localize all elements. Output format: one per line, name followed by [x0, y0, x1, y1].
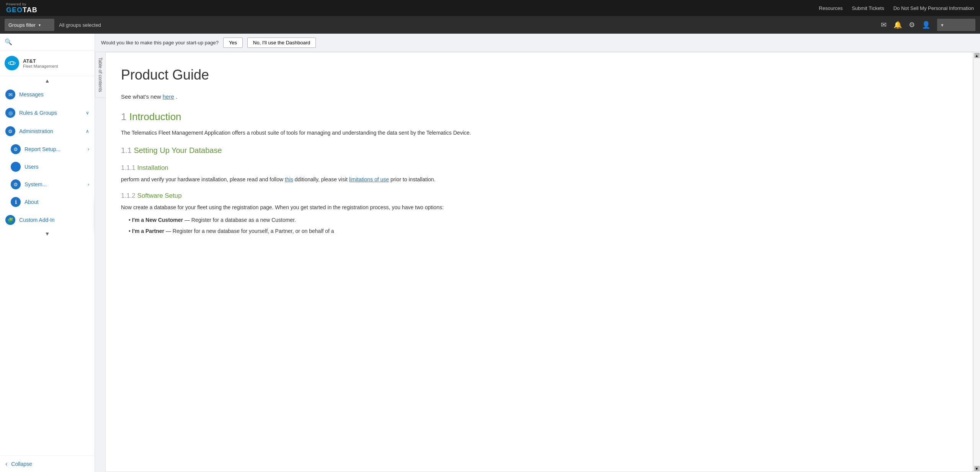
startup-bar: Would you like to make this page your st…: [95, 34, 980, 52]
this-link[interactable]: this: [285, 176, 293, 182]
do-not-sell-link[interactable]: Do Not Sell My Personal Information: [893, 5, 974, 11]
bullet1-bold: I'm a New Customer: [132, 217, 183, 223]
sidebar: 🔍 AT&T Fleet Management ▲ ✉ Messages: [0, 34, 95, 472]
scroll-up-arrow[interactable]: ▲: [974, 53, 980, 58]
section1-body: The Telematics Fleet Management Applicat…: [121, 129, 957, 137]
messages-icon: ✉: [5, 90, 15, 99]
toc-tab[interactable]: Table of contents: [95, 52, 105, 98]
bullet-item-2: I'm a Partner — Register for a new datab…: [129, 227, 957, 236]
about-label: About: [24, 199, 89, 205]
scroll-down-arrow[interactable]: ▼: [974, 466, 980, 471]
guide-title: Product Guide: [121, 64, 957, 86]
report-setup-arrow-icon: ›: [88, 146, 89, 152]
sidebar-scroll-up[interactable]: ▲: [0, 76, 95, 85]
user-dropdown-button[interactable]: ▾: [937, 19, 975, 31]
mail-icon-button[interactable]: ✉: [881, 21, 887, 29]
administration-chevron-icon: ∧: [86, 129, 89, 134]
report-setup-label: Report Setup...: [24, 146, 84, 152]
groups-filter-label: Groups filter: [8, 22, 36, 28]
submit-tickets-link[interactable]: Submit Tickets: [852, 5, 884, 11]
section1-1-1-heading: 1.1.1 Installation: [121, 163, 957, 173]
sidebar-item-users[interactable]: 👤 Users: [0, 158, 95, 176]
sidebar-item-rules-groups[interactable]: ◎ Rules & Groups ∨: [0, 104, 95, 122]
subtitle-text: See what's new: [121, 93, 163, 100]
user-name-label: ▾: [941, 22, 944, 28]
bullet2-bold: I'm a Partner: [132, 228, 164, 234]
section1-1-1-body: perform and verify your hardware install…: [121, 175, 957, 184]
sidebar-item-messages[interactable]: ✉ Messages: [0, 85, 95, 104]
custom-add-in-label: Custom Add-In: [19, 217, 89, 223]
company-name: AT&T: [23, 58, 58, 64]
sidebar-collapse[interactable]: ‹ Collapse: [0, 456, 95, 472]
main-content-area: Would you like to make this page your st…: [95, 34, 980, 472]
company-area: AT&T Fleet Management: [0, 50, 95, 76]
company-info: AT&T Fleet Management: [23, 58, 58, 68]
custom-add-in-icon: 🧩: [5, 215, 15, 225]
geotab-logo-text: GEOTAB: [6, 6, 38, 14]
groups-filter-arrow-icon: ▾: [39, 23, 41, 27]
topbar-left: Powered by GEOTAB: [6, 2, 38, 14]
topbar-icons: ✉ 🔔 ⚙ 👤 ▾: [881, 19, 975, 31]
scrollbar-track: ▲ ▼: [973, 52, 980, 472]
sidebar-item-custom-add-in[interactable]: 🧩 Custom Add-In: [0, 211, 95, 229]
rules-groups-chevron-icon: ∨: [86, 110, 89, 116]
sidebar-item-administration[interactable]: ⚙ Administration ∧: [0, 122, 95, 140]
about-icon: ℹ: [11, 197, 21, 207]
rules-groups-label: Rules & Groups: [19, 110, 82, 116]
limitations-link[interactable]: limitations of use: [349, 176, 389, 182]
sidebar-search-area: 🔍: [0, 34, 95, 50]
system-icon: ⚙: [11, 179, 21, 189]
secondbar: Groups filter ▾ All groups selected ✉ 🔔 …: [0, 16, 980, 34]
yes-button[interactable]: Yes: [223, 37, 243, 48]
users-label: Users: [24, 164, 89, 170]
subtitle-end: .: [176, 93, 177, 100]
user-icon-button[interactable]: 👤: [922, 21, 930, 29]
layout: 🔍 AT&T Fleet Management ▲ ✉ Messages: [0, 34, 980, 472]
product-guide-content: Product Guide See what's new here . 1 In…: [105, 52, 973, 472]
section1-1-2-heading: 1.1.2 Software Setup: [121, 190, 957, 201]
users-icon: 👤: [11, 162, 21, 172]
settings-icon-button[interactable]: ⚙: [909, 21, 915, 29]
sidebar-item-system[interactable]: ⚙ System... ›: [0, 176, 95, 193]
here-link[interactable]: here: [163, 93, 174, 100]
messages-label: Messages: [19, 91, 89, 98]
sidebar-scroll-down[interactable]: ▼: [0, 229, 95, 238]
geotab-logo: Powered by GEOTAB: [6, 2, 38, 14]
topbar-right: Resources Submit Tickets Do Not Sell My …: [819, 5, 974, 11]
powered-by-text: Powered by: [6, 2, 26, 6]
company-logo: [5, 56, 19, 70]
sidebar-item-report-setup[interactable]: ⚙ Report Setup... ›: [0, 140, 95, 158]
bullet-item-1: I'm a New Customer — Register for a data…: [129, 216, 957, 225]
bullet1-text: — Register for a database as a new Custo…: [185, 217, 296, 223]
section1-heading: 1 Introduction: [121, 109, 957, 125]
collapse-label: Collapse: [11, 461, 32, 467]
content-wrapper: Table of contents ▲ ▼ Product Guide See …: [95, 52, 980, 472]
company-sub: Fleet Management: [23, 64, 58, 68]
guide-subtitle: See what's new here .: [121, 92, 957, 101]
section1-1-2-body: Now create a database for your fleet usi…: [121, 203, 957, 212]
att-logo-svg: [7, 58, 17, 68]
system-label: System...: [24, 181, 84, 187]
section1-1-heading: 1.1 Setting Up Your Database: [121, 144, 957, 156]
topbar: Powered by GEOTAB Resources Submit Ticke…: [0, 0, 980, 16]
no-dashboard-button[interactable]: No, I'll use the Dashboard: [247, 37, 316, 48]
startup-question: Would you like to make this page your st…: [101, 40, 219, 46]
administration-label: Administration: [19, 128, 82, 134]
all-groups-text: All groups selected: [59, 22, 876, 28]
collapse-chevron-icon: ‹: [5, 461, 7, 467]
bullet2-text: — Register for a new database for yourse…: [166, 228, 334, 234]
sidebar-item-about[interactable]: ℹ About: [0, 193, 95, 211]
administration-icon: ⚙: [5, 126, 15, 136]
svg-point-2: [10, 62, 13, 65]
resources-link[interactable]: Resources: [819, 5, 843, 11]
system-arrow-icon: ›: [88, 182, 89, 187]
rules-groups-icon: ◎: [5, 108, 15, 118]
search-icon: 🔍: [5, 38, 12, 46]
report-setup-icon: ⚙: [11, 144, 21, 154]
bell-icon-button[interactable]: 🔔: [893, 21, 902, 29]
groups-filter-button[interactable]: Groups filter ▾: [5, 19, 54, 31]
